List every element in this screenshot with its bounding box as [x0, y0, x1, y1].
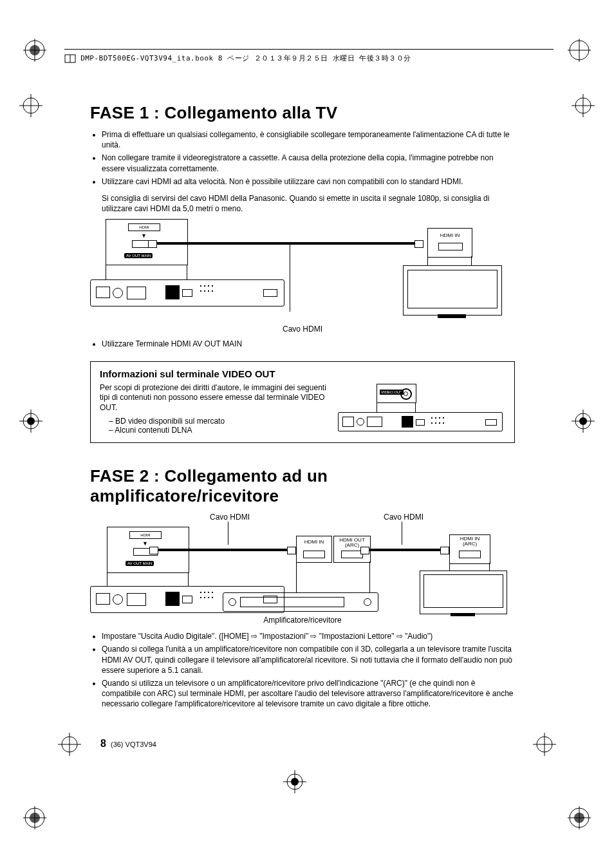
mini-device-diagram: VIDEO OUT	[338, 384, 505, 431]
heading-fase-1: FASE 1 : Collegamento alla TV	[90, 103, 515, 123]
info-title: Informazioni sul terminale VIDEO OUT	[100, 368, 505, 379]
info-paragraph: Per scopi di protezione dei diritti d'au…	[100, 383, 331, 413]
running-header: DMP-BDT500EG-VQT3V94_ita.book 8 ページ ２０１３…	[64, 49, 554, 63]
chevron-down-icon: ▼	[141, 232, 147, 239]
tv-stand-icon	[438, 314, 466, 318]
crop-mark-icon	[283, 770, 306, 793]
crop-mark-icon	[572, 94, 595, 117]
crop-mark-icon	[568, 39, 591, 62]
tv-port-detail: HDMI IN (ARC)	[449, 534, 490, 564]
list-item: Prima di effettuare un qualsiasi collega…	[102, 129, 515, 150]
amplifier-body-icon	[223, 592, 378, 612]
crop-mark-icon	[568, 806, 591, 829]
cable-plug-icon	[148, 240, 157, 248]
page-footer: 8 (36) VQT3V94	[100, 738, 156, 750]
hdmi-in-arc-label: HDMI IN (ARC)	[454, 536, 486, 547]
hdmi-cable-icon	[157, 242, 414, 245]
video-out-port: VIDEO OUT	[377, 384, 416, 403]
hdmi-badge: HDMI	[129, 531, 162, 539]
hdmi-port-icon	[438, 243, 463, 250]
book-icon	[64, 54, 76, 63]
tv-body-icon	[420, 571, 507, 614]
crop-mark-icon	[19, 410, 42, 433]
rca-jack-icon	[400, 388, 412, 400]
hdmi-port-icon	[459, 551, 481, 558]
diagram-fase2: Cavo HDMI Cavo HDMI HDMI ▼ AV OUT MAIN	[90, 513, 507, 622]
crop-mark-icon	[19, 94, 42, 117]
chevron-down-icon: ▼	[142, 540, 148, 547]
list-item: Non collegare tramite il videoregistrato…	[102, 153, 515, 173]
diagram-fase1: HDMI ▼ AV OUT MAIN	[90, 219, 507, 322]
list-item: Utilizzare Terminale HDMI AV OUT MAIN	[102, 339, 515, 349]
cable-label-right: Cavo HDMI	[384, 513, 423, 522]
player-body-icon	[90, 279, 284, 307]
cable-plug-icon	[360, 547, 369, 554]
hdmi-port-icon	[341, 551, 363, 558]
cable-plug-icon	[440, 547, 449, 554]
crop-mark-icon	[23, 806, 46, 829]
fase1-bullets: Prima di effettuare un qualsiasi collega…	[90, 129, 515, 187]
page-seq: (36)	[111, 741, 124, 748]
crop-mark-icon	[533, 733, 556, 756]
amp-hdmi-in: HDMI IN	[296, 536, 332, 563]
cable-plug-icon	[414, 240, 423, 248]
heading-fase-2: FASE 2 : Collegamento ad un amplificator…	[90, 466, 515, 506]
hdmi-badge: HDMI	[128, 223, 160, 231]
tv-port-detail: HDMI IN	[427, 228, 472, 258]
list-item: Utilizzare cavi HDMI ad alta velocità. N…	[102, 176, 515, 187]
hdmi-in-label: HDMI IN	[434, 232, 465, 238]
crop-mark-icon	[58, 733, 81, 756]
running-header-text: DMP-BDT500EG-VQT3V94_ita.book 8 ページ ２０１３…	[80, 54, 411, 62]
page-number: 8	[100, 738, 106, 749]
video-out-info-box: Informazioni sul terminale VIDEO OUT Per…	[90, 361, 515, 444]
hdmi-cable-icon	[158, 549, 287, 551]
amp-caption: Amplificatore/ricevitore	[251, 616, 354, 625]
cable-plug-icon	[149, 547, 158, 554]
hdmi-cable-icon	[369, 549, 440, 551]
fase1-subtext: Si consiglia di servirsi del cavo HDMI d…	[102, 193, 515, 214]
avout-badge: AV OUT MAIN	[126, 561, 154, 566]
crop-mark-icon	[23, 39, 46, 62]
cable-plug-icon	[287, 547, 296, 554]
list-item: Quando si collega l'unità a un amplifica…	[102, 644, 515, 675]
avout-badge: AV OUT MAIN	[124, 253, 153, 258]
crop-mark-icon	[572, 410, 595, 433]
tv-stand-icon	[451, 613, 475, 616]
hdmi-in-label: HDMI IN	[299, 539, 330, 545]
tv-body-icon	[403, 265, 502, 316]
hdmi-port-icon	[303, 551, 325, 558]
list-item: Impostare "Uscita Audio Digitale". ([HOM…	[102, 631, 515, 641]
player-body-icon	[338, 412, 503, 431]
cable-caption: Cavo HDMI	[90, 325, 515, 334]
doc-code: VQT3V94	[126, 741, 156, 748]
cable-label-left: Cavo HDMI	[210, 513, 250, 522]
list-item: Quando si utilizza un televisore o un am…	[102, 678, 515, 710]
